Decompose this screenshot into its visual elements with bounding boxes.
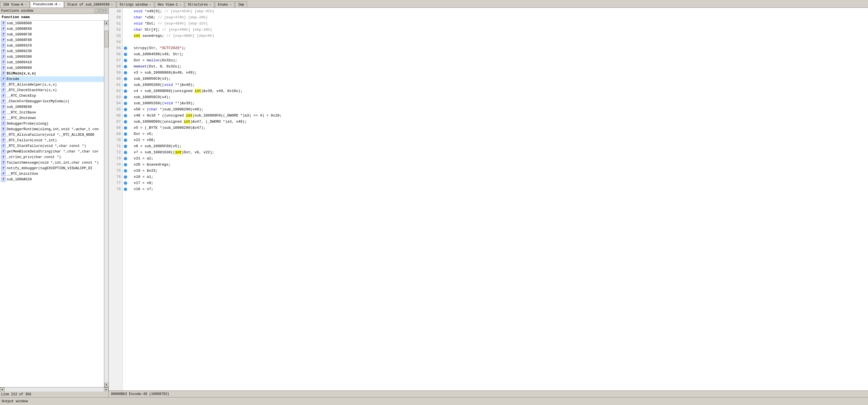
code-line-66: v48 = 0x10 * ((unsigned int)sub_100089F0… xyxy=(129,113,868,119)
func-item-sub10008f80[interactable]: f sub_10008F80 xyxy=(0,37,104,43)
tab-ida-view-close[interactable]: ✕ xyxy=(25,3,27,6)
func-item-strlen-priv[interactable]: f _strlen_priv(char const *) xyxy=(0,154,104,160)
func-name: sub_10008F30 xyxy=(7,33,32,36)
ln-59: 59 xyxy=(109,70,121,76)
main-container: IDA View-A ✕ Pseudocode-A ✕ Stack of sub… xyxy=(0,0,868,405)
func-icon: f xyxy=(1,144,6,148)
tab-strings[interactable]: Strings window ✕ xyxy=(117,1,154,7)
func-item-sub10009e80[interactable]: f sub_10009E80 xyxy=(0,104,104,110)
ln-78: 78 xyxy=(109,186,121,192)
panel-close-btn[interactable]: ✕ xyxy=(103,9,107,13)
func-item-sub10008d60[interactable]: f sub_10008D60 xyxy=(0,21,104,26)
func-name: _RTC_AllocaHelper(x,x,x) xyxy=(7,83,57,87)
ln-70: 70 xyxy=(109,137,121,143)
ln-77: 77 xyxy=(109,180,121,186)
code-line-58: memset(Dst, 0, 0x32u); xyxy=(129,64,868,70)
panel-restore-btn[interactable]: □ xyxy=(99,9,103,13)
func-item-encode[interactable]: f Encode xyxy=(0,76,104,82)
tab-stack-close[interactable]: ✕ xyxy=(111,3,113,6)
bp-57 xyxy=(123,57,128,64)
func-icon: f xyxy=(1,166,6,170)
func-item-rtc-shutdown[interactable]: f __RTC_Shutdown xyxy=(0,115,104,121)
func-name: sub_10009E80 xyxy=(7,105,32,109)
code-line-60: sub_100056C0(v3); xyxy=(129,76,868,82)
ln-61: 61 xyxy=(109,82,121,88)
scroll-thumb[interactable] xyxy=(104,31,108,48)
tab-pseudocode-close[interactable]: ✕ xyxy=(59,3,61,6)
scroll-up-btn[interactable]: ▲ xyxy=(104,21,109,25)
ln-60: 60 xyxy=(109,76,121,82)
func-item-sub10009410[interactable]: f sub_10009410 xyxy=(0,60,104,65)
code-line-61: sub_10005260((void **)&v40); xyxy=(129,82,868,88)
func-item-rtc-checkstackvars[interactable]: f _RTC_CheckStackVars(x,x) xyxy=(0,88,104,93)
func-item-dllmain[interactable]: f DllMain(x,x,x) xyxy=(0,71,104,76)
func-icon: f xyxy=(1,155,6,159)
func-name: sub_10009380 xyxy=(7,55,32,59)
func-item-getmemblockdatastring[interactable]: f getMemBlockDataString(char *,char *,ch… xyxy=(0,149,104,154)
hscroll-track[interactable] xyxy=(4,387,104,392)
func-item-sub1000a520[interactable]: f sub_1000A520 xyxy=(0,177,104,182)
func-icon: f xyxy=(1,55,6,59)
func-item-debuggerruntime[interactable]: f DebuggerRuntime(ulong,int,void *,wchar… xyxy=(0,127,104,132)
bp-54 xyxy=(123,39,128,45)
tab-hex-close[interactable]: ✕ xyxy=(180,3,181,6)
hscroll-left-btn[interactable]: ◄ xyxy=(0,387,4,392)
code-line-75: v19 = &v23; xyxy=(129,168,868,174)
line-status: Line 212 of 356 xyxy=(1,393,31,396)
func-item-notify-debugger[interactable]: f notify_debugger(tagEXCEPTION_VISUALCPP… xyxy=(0,165,104,171)
bp-59 xyxy=(123,70,128,76)
bp-60 xyxy=(123,76,128,82)
tab-enums-close[interactable]: ✕ xyxy=(230,3,231,6)
hscroll-right-btn[interactable]: ► xyxy=(104,387,108,392)
func-item-rtc-stackfailure[interactable]: f _RTC_StackFailure(void *,char const *) xyxy=(0,143,104,149)
func-item-sub10009230[interactable]: f sub_10009230 xyxy=(0,49,104,54)
func-name: DllMain(x,x,x) xyxy=(7,72,36,75)
tab-pseudocode[interactable]: Pseudocode-A ✕ xyxy=(30,1,64,7)
func-item-rtc-allocahelper[interactable]: f _RTC_AllocaHelper(x,x,x) xyxy=(0,82,104,88)
code-line-56: sub_10004590(v49, Str); xyxy=(129,51,868,57)
func-item-rtc-allocafailure[interactable]: f _RTC_AllocaFailure(void *,_RTC_ALLOCA_… xyxy=(0,132,104,138)
func-item-debuggerprobe[interactable]: f DebuggerProbe(ulong) xyxy=(0,121,104,127)
tab-imports[interactable]: Imp xyxy=(235,1,247,7)
tab-ida-view[interactable]: IDA View-A ✕ xyxy=(0,1,30,7)
code-line-77: v17 = v8; xyxy=(129,180,868,186)
scroll-down-btn[interactable]: ▼ xyxy=(104,383,109,387)
func-item-rtc-checkesp[interactable]: f __RTC_CheckEsp xyxy=(0,93,104,99)
ln-71: 71 xyxy=(109,143,121,149)
func-item-sub100091f0[interactable]: f sub_100091F0 xyxy=(0,43,104,49)
func-item-sub10008f30[interactable]: f sub_10008F30 xyxy=(0,32,104,37)
bp-75 xyxy=(123,168,128,174)
func-item-failwithmessage[interactable]: f failwithmessage(void *,int,int,char co… xyxy=(0,160,104,165)
tab-structures[interactable]: Structures ✕ xyxy=(185,1,214,7)
line-numbers: 49 50 51 52 53 54 55 56 57 58 59 60 61 6… xyxy=(109,8,123,391)
scroll-track[interactable] xyxy=(104,25,108,383)
tab-stack[interactable]: Stack of sub_10004590 ✕ xyxy=(64,1,116,7)
functions-scrollbar[interactable]: ▲ ▼ xyxy=(104,21,108,387)
tab-structures-close[interactable]: ✕ xyxy=(210,3,211,6)
func-item-sub10008e60[interactable]: f sub_10008E60 xyxy=(0,26,104,32)
func-item-rtc-failure[interactable]: f _RTC_Failure(void *,int) xyxy=(0,138,104,143)
code-content[interactable]: 49 50 51 52 53 54 55 56 57 58 59 60 61 6… xyxy=(109,8,868,391)
func-name: _strlen_priv(char const *) xyxy=(7,155,61,159)
func-item-sub10009680[interactable]: f sub_10009680 xyxy=(0,65,104,71)
func-list-container[interactable]: f sub_10008D60 f sub_10008E60 f sub_1000… xyxy=(0,21,104,387)
tab-strings-close[interactable]: ✕ xyxy=(150,3,151,6)
tab-enums[interactable]: Enums ✕ xyxy=(215,1,235,7)
func-name: Encode xyxy=(7,77,19,81)
tab-hex-view[interactable]: Hex View-1 ✕ xyxy=(155,1,184,7)
code-lines[interactable]: void *v49[9]; // [esp+454h] [ebp-4Ch] ch… xyxy=(128,8,868,391)
func-item-rtc-initbase[interactable]: f __RTC_InitBase xyxy=(0,110,104,115)
bp-65 xyxy=(123,106,128,113)
func-icon: f xyxy=(1,177,6,182)
functions-hscroll[interactable]: ◄ ► xyxy=(0,387,108,392)
func-name: sub_10008F80 xyxy=(7,38,32,42)
functions-header: Function name xyxy=(0,14,108,21)
functions-titlebar: Functions window _ □ ✕ xyxy=(0,8,108,14)
func-icon: f xyxy=(1,99,6,104)
func-item-rtc-uninituse[interactable]: f __RTC_UninitUse xyxy=(0,171,104,177)
panel-minimize-btn[interactable]: _ xyxy=(95,9,98,13)
func-item-checkfordebugger[interactable]: f _CheckForDebuggerJustMyCode(x) xyxy=(0,99,104,104)
func-item-sub10009380[interactable]: f sub_10009380 xyxy=(0,54,104,60)
ln-75: 75 xyxy=(109,168,121,174)
ln-58: 58 xyxy=(109,64,121,70)
